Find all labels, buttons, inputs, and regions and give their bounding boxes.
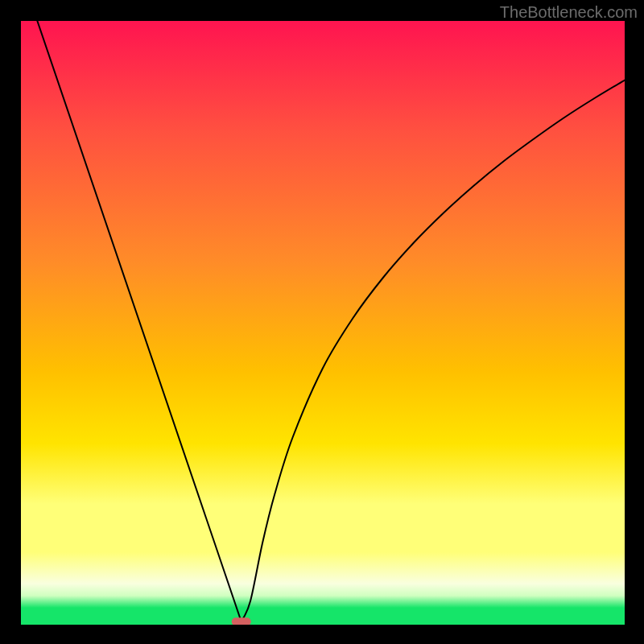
bottleneck-curve-svg	[21, 21, 625, 625]
watermark-text: TheBottleneck.com	[500, 3, 638, 22]
bottleneck-curve	[21, 21, 625, 621]
bottleneck-marker	[232, 617, 251, 625]
chart-gradient-area	[21, 21, 625, 625]
